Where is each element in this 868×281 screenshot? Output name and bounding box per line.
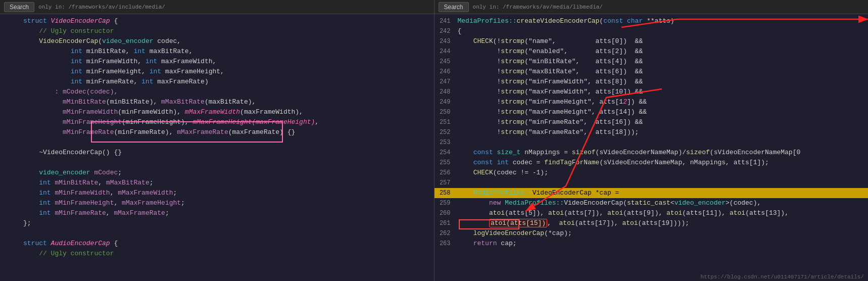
line-content: atoi(atts[15]), atoi(atts[17]), atoi(att…	[456, 218, 869, 228]
line-number: 255	[435, 158, 456, 168]
line-number	[0, 127, 21, 137]
right-path: only in: /frameworks/av/media/libmedia/	[473, 4, 603, 10]
line-number: 250	[435, 107, 456, 117]
line-content: // Ugly constructor	[21, 26, 434, 36]
line-number	[0, 117, 21, 127]
right-code-area: 241MediaProfiles::createVideoEncoderCap(…	[435, 14, 869, 281]
line-content: int minBitRate, int maxBitRate,	[21, 46, 434, 57]
code-line: 259 new MediaProfiles::VideoEncoderCap(s…	[435, 198, 869, 208]
line-number	[0, 16, 21, 26]
code-line: // Ugly constructor	[0, 249, 434, 259]
code-line	[0, 228, 434, 239]
line-number: 243	[435, 36, 456, 46]
line-content: new MediaProfiles::VideoEncoderCap(stati…	[456, 198, 869, 208]
code-line: 247 !strcmp("minFrameWidth", atts[8]) &&	[435, 77, 869, 87]
line-number	[0, 198, 21, 208]
line-number	[0, 67, 21, 77]
line-number: 247	[435, 77, 456, 87]
code-line: 246 !strcmp("maxBitRate", atts[6]) &&	[435, 67, 869, 77]
line-content: !strcmp("enabled", atts[2]) &&	[456, 46, 869, 57]
code-line: 256 CHECK(codec != -1);	[435, 168, 869, 178]
line-number	[0, 188, 21, 198]
line-content: !strcmp("maxFrameRate", atts[18]));	[456, 127, 869, 137]
line-number: 257	[435, 178, 456, 188]
line-number	[0, 36, 21, 46]
line-number	[0, 178, 21, 188]
code-line: 248 !strcmp("maxFrameWidth", atts[10]) &…	[435, 87, 869, 97]
line-number	[0, 137, 21, 148]
code-line: 251 !strcmp("minFrameRate", atts[16]) &&	[435, 117, 869, 127]
code-line: 245 !strcmp("minBitRate", atts[4]) &&	[435, 57, 869, 67]
line-number: 262	[435, 228, 456, 239]
code-line: 253	[435, 137, 869, 148]
line-content: !strcmp("minBitRate", atts[4]) &&	[456, 57, 869, 67]
line-content: mMinFrameWidth(minFrameWidth), mMaxFrame…	[21, 107, 434, 117]
line-content: int minFrameRate, int maxFrameRate)	[21, 77, 434, 87]
code-line: 249 !strcmp("minFrameHeight", atts[12]) …	[435, 97, 869, 107]
line-content: int minFrameHeight, int maxFrameHeight,	[21, 67, 434, 77]
line-content	[456, 137, 869, 148]
code-line: mMinFrameWidth(minFrameWidth), mMaxFrame…	[0, 107, 434, 117]
line-number: 258	[435, 188, 456, 198]
line-content: ~VideoEncoderCap() {}	[21, 148, 434, 158]
code-line: 261 atoi(atts[15]), atoi(atts[17]), atoi…	[435, 218, 869, 228]
line-number	[0, 218, 21, 228]
line-content: logVideoEncoderCap(*cap);	[456, 228, 869, 239]
left-pane: Search only in: /frameworks/av/include/m…	[0, 0, 435, 281]
code-line: mMinFrameRate(minFrameRate), mMaxFrameRa…	[0, 127, 434, 137]
line-number	[0, 87, 21, 97]
code-line: int mMinFrameRate, mMaxFrameRate;	[0, 208, 434, 218]
code-line: 263 return cap;	[435, 239, 869, 249]
right-topbar: Search only in: /frameworks/av/media/lib…	[435, 0, 869, 14]
code-line: int minFrameHeight, int maxFrameHeight,	[0, 67, 434, 77]
line-number	[0, 77, 21, 87]
line-number: 260	[435, 208, 456, 218]
line-content: MediaProfiles::createVideoEncoderCap(con…	[456, 16, 869, 26]
code-line: };	[0, 218, 434, 228]
code-line: 254 const size_t nMappings = sizeof(sVid…	[435, 148, 869, 158]
code-line: mMinBitRate(minBitRate), mMaxBitRate(max…	[0, 97, 434, 107]
right-search-button[interactable]: Search	[439, 2, 469, 12]
line-content: const int codec = findTagForName(sVideoE…	[456, 158, 869, 168]
line-content: MediaProfiles::VideoEncoderCap *cap =	[456, 188, 869, 198]
code-line: 242{	[435, 26, 869, 36]
line-content: struct VideoEncoderCap {	[21, 16, 434, 26]
line-content: const size_t nMappings = sizeof(sVideoEn…	[456, 148, 869, 158]
line-content: int mMinFrameRate, mMaxFrameRate;	[21, 208, 434, 218]
line-number: 253	[435, 137, 456, 148]
line-content: video_encoder mCodec;	[21, 168, 434, 178]
code-line: 241MediaProfiles::createVideoEncoderCap(…	[435, 16, 869, 26]
code-line: 257	[435, 178, 869, 188]
left-path: only in: /frameworks/av/include/media/	[38, 4, 165, 10]
code-line: int mMinFrameWidth, mMaxFrameWidth;	[0, 188, 434, 198]
code-line: mMinFrameHeight(minFrameHeight), mMaxFra…	[0, 117, 434, 127]
url-text: https://blog.csdn.net/u011407171/article…	[701, 274, 864, 280]
line-number: 246	[435, 67, 456, 77]
line-number: 245	[435, 57, 456, 67]
line-number	[0, 26, 21, 36]
left-topbar: Search only in: /frameworks/av/include/m…	[0, 0, 434, 14]
left-code-lines: struct VideoEncoderCap { // Ugly constru…	[0, 14, 434, 261]
code-line: VideoEncoderCap(video_encoder codec,	[0, 36, 434, 46]
line-content: : mCodec(codec),	[21, 87, 434, 97]
line-content: int minFrameWidth, int maxFrameWidth,	[21, 57, 434, 67]
left-search-button[interactable]: Search	[4, 2, 34, 12]
line-content: CHECK(codec != -1);	[456, 168, 869, 178]
code-line: 250 !strcmp("maxFrameHeight", atts[14]) …	[435, 107, 869, 117]
line-number: 244	[435, 46, 456, 57]
line-content: };	[21, 218, 434, 228]
line-number: 261	[435, 218, 456, 228]
line-content	[456, 178, 869, 188]
line-number: 249	[435, 97, 456, 107]
main-container: Search only in: /frameworks/av/include/m…	[0, 0, 868, 281]
line-content	[21, 228, 434, 239]
line-number: 256	[435, 168, 456, 178]
line-number	[0, 107, 21, 117]
left-code-area: struct VideoEncoderCap { // Ugly constru…	[0, 14, 434, 281]
line-content: !strcmp("minFrameRate", atts[16]) &&	[456, 117, 869, 127]
code-line	[0, 137, 434, 148]
line-content: !strcmp("maxBitRate", atts[6]) &&	[456, 67, 869, 77]
code-line: 243 CHECK(!strcmp("name", atts[0]) &&	[435, 36, 869, 46]
code-line: struct AudioEncoderCap {	[0, 239, 434, 249]
line-content: int mMinFrameWidth, mMaxFrameWidth;	[21, 188, 434, 198]
